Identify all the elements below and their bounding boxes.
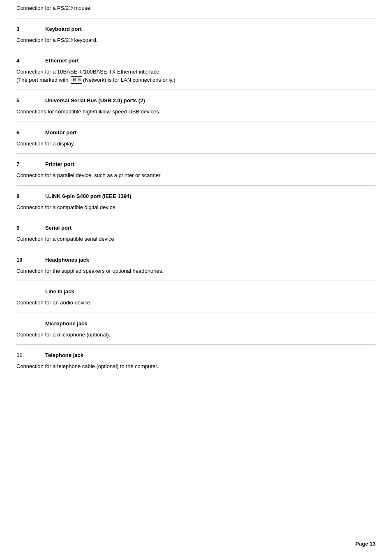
monitor-title: Monitor port <box>45 129 77 136</box>
linein-title: Line In jack <box>45 288 74 295</box>
ilink-body: Connection for a compatible digital devi… <box>16 203 376 212</box>
section-headphones: 10 Headphones jack Connection for the su… <box>16 253 376 275</box>
divider-3 <box>16 90 376 90</box>
ethernet-title: Ethernet port <box>45 58 79 64</box>
divider-6 <box>16 185 376 186</box>
microphone-description: Connection for a microphone (optional). <box>16 331 376 339</box>
ethernet-number: 4 <box>16 58 45 64</box>
keyboard-title: Keyboard port <box>45 26 82 32</box>
section-telephone: 11 Telephone jack Connection for a telep… <box>16 348 376 371</box>
serial-description: Connection for a compatible serial devic… <box>16 235 376 243</box>
headphones-header: 10 Headphones jack <box>16 253 376 263</box>
monitor-number: 6 <box>16 129 45 136</box>
linein-description: Connection for an audio device. <box>16 299 376 307</box>
section-ethernet: 4 Ethernet port Connection for a 10BASE-… <box>16 53 376 84</box>
keyboard-header: 3 Keyboard port <box>16 22 376 32</box>
printer-number: 7 <box>16 161 45 167</box>
divider-8 <box>16 249 376 249</box>
usb-header: 5 Universal Serial Bus (USB 2.0) ports (… <box>16 93 376 104</box>
telephone-description: Connection for a telephone cable (option… <box>16 362 376 371</box>
monitor-header: 6 Monitor port <box>16 125 376 136</box>
usb-body: Connections for compatible high/full/low… <box>16 108 376 116</box>
section-serial: 9 Serial port Connection for a compatibl… <box>16 221 376 243</box>
usb-title: Universal Serial Bus (USB 2.0) ports (2) <box>45 97 145 104</box>
microphone-body: Connection for a microphone (optional). <box>16 331 376 339</box>
printer-title: Printer port <box>45 161 74 167</box>
ethernet-description-1: Connection for a 10BASE-T/100BASE-TX Eth… <box>16 68 376 76</box>
printer-description: Connection for a parallel device, such a… <box>16 171 376 180</box>
printer-body: Connection for a parallel device, such a… <box>16 171 376 180</box>
page-content: Connection for a PS/2® mouse. 3 Keyboard… <box>0 0 392 401</box>
section-monitor: 6 Monitor port Connection for a display. <box>16 125 376 148</box>
divider-11 <box>16 344 376 345</box>
headphones-title: Headphones jack <box>45 257 89 263</box>
microphone-title: Microphone jack <box>45 320 88 327</box>
divider-1 <box>16 18 376 18</box>
section-microphone: Microphone jack Connection for a microph… <box>16 316 376 339</box>
section-printer: 7 Printer port Connection for a parallel… <box>16 157 376 180</box>
microphone-header: Microphone jack <box>16 316 376 327</box>
ilink-header: 8 i.LINK 6-pin S400 port (IEEE 1394) <box>16 189 376 199</box>
ethernet-body: Connection for a 10BASE-T/100BASE-TX Eth… <box>16 68 376 84</box>
telephone-header: 11 Telephone jack <box>16 348 376 358</box>
section-mouse: Connection for a PS/2® mouse. <box>16 4 376 12</box>
linein-header: Line In jack <box>16 284 376 295</box>
divider-4 <box>16 122 376 122</box>
usb-description: Connections for compatible high/full/low… <box>16 108 376 116</box>
ethernet-description-2: (The port marked with 🖥🖥(Network) is for… <box>16 76 376 84</box>
section-keyboard: 3 Keyboard port Connection for a PS/2® k… <box>16 22 376 44</box>
usb-number: 5 <box>16 97 45 104</box>
ilink-description: Connection for a compatible digital devi… <box>16 203 376 212</box>
serial-header: 9 Serial port <box>16 221 376 231</box>
keyboard-body: Connection for a PS/2® keyboard. <box>16 36 376 44</box>
divider-5 <box>16 153 376 154</box>
headphones-body: Connection for the supplied speakers or … <box>16 267 376 275</box>
telephone-body: Connection for a telephone cable (option… <box>16 362 376 371</box>
section-ilink: 8 i.LINK 6-pin S400 port (IEEE 1394) Con… <box>16 189 376 212</box>
monitor-description: Connection for a display. <box>16 140 376 148</box>
serial-title: Serial port <box>45 225 71 231</box>
monitor-body: Connection for a display. <box>16 140 376 148</box>
divider-10 <box>16 313 376 313</box>
page-number: Page 13 <box>355 541 376 547</box>
headphones-number: 10 <box>16 257 45 263</box>
serial-number: 9 <box>16 225 45 231</box>
divider-9 <box>16 281 376 281</box>
keyboard-description: Connection for a PS/2® keyboard. <box>16 36 376 44</box>
section-usb: 5 Universal Serial Bus (USB 2.0) ports (… <box>16 93 376 116</box>
ilink-number: 8 <box>16 193 45 199</box>
mouse-body: Connection for a PS/2® mouse. <box>16 4 376 12</box>
ilink-title: i.LINK 6-pin S400 port (IEEE 1394) <box>45 193 131 199</box>
mouse-description: Connection for a PS/2® mouse. <box>16 4 376 12</box>
network-icon: 🖥🖥 <box>71 76 82 84</box>
divider-2 <box>16 50 376 50</box>
divider-7 <box>16 217 376 217</box>
telephone-number: 11 <box>16 352 45 358</box>
ethernet-header: 4 Ethernet port <box>16 53 376 64</box>
linein-body: Connection for an audio device. <box>16 299 376 307</box>
keyboard-number: 3 <box>16 26 45 32</box>
telephone-title: Telephone jack <box>45 352 83 358</box>
section-linein: Line In jack Connection for an audio dev… <box>16 284 376 307</box>
serial-body: Connection for a compatible serial devic… <box>16 235 376 243</box>
headphones-description: Connection for the supplied speakers or … <box>16 267 376 275</box>
printer-header: 7 Printer port <box>16 157 376 167</box>
